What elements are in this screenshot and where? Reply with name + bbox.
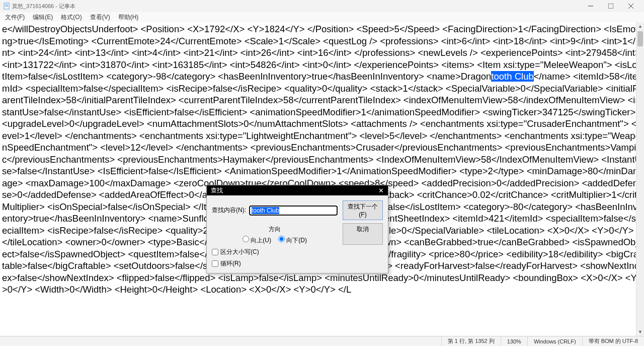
window-title: 莫愁_371614066 - 记事本 bbox=[12, 3, 75, 10]
status-position: 第 1 行, 第 1352 列 bbox=[441, 336, 501, 346]
scroll-down-arrow[interactable]: ▼ bbox=[636, 328, 644, 336]
find-close-button[interactable]: ✕ bbox=[376, 186, 386, 195]
menu-format[interactable]: 格式(O) bbox=[58, 12, 85, 23]
statusbar: 第 1 行, 第 1352 列 130% Windows (CRLF) 带有 B… bbox=[0, 336, 644, 346]
vertical-scrollbar[interactable]: ▲ ▼ bbox=[636, 22, 644, 336]
menu-view[interactable]: 查看(V) bbox=[87, 12, 113, 23]
match-case-checkbox[interactable]: 区分大小写(C) bbox=[212, 248, 338, 256]
menubar: 文件(F) 编辑(E) 格式(O) 查看(V) 帮助(H) bbox=[0, 12, 644, 22]
menu-edit[interactable]: 编辑(E) bbox=[30, 12, 56, 23]
status-zoom: 130% bbox=[501, 336, 527, 346]
notepad-icon bbox=[3, 3, 10, 10]
find-cancel-button[interactable]: 取消 bbox=[343, 223, 383, 245]
svg-rect-5 bbox=[608, 4, 613, 9]
find-next-button[interactable]: 查找下一个(F) bbox=[343, 200, 383, 220]
find-dialog: 查找 ✕ 查找内容(N): 查找下一个(F) 取消 方向 向上(U) 向下(D)… bbox=[206, 185, 388, 273]
text-area[interactable]: e</willDestroyObjectsUnderfoot> <Positio… bbox=[0, 22, 644, 336]
maximize-button[interactable] bbox=[601, 0, 621, 12]
status-eol: Windows (CRLF) bbox=[527, 336, 582, 346]
find-dialog-title: 查找 bbox=[211, 186, 223, 195]
status-encoding: 带有 BOM 的 UTF-8 bbox=[582, 336, 644, 346]
direction-down-radio[interactable]: 向下(D) bbox=[278, 236, 307, 245]
svg-rect-0 bbox=[4, 3, 9, 9]
search-highlight: tooth Club bbox=[491, 71, 533, 82]
titlebar: 莫愁_371614066 - 记事本 bbox=[0, 0, 644, 12]
menu-help[interactable]: 帮助(H) bbox=[115, 12, 142, 23]
find-input[interactable] bbox=[249, 205, 338, 216]
close-button[interactable] bbox=[621, 0, 641, 12]
direction-up-radio[interactable]: 向上(U) bbox=[243, 236, 271, 245]
find-dialog-titlebar[interactable]: 查找 ✕ bbox=[207, 185, 388, 195]
find-what-label: 查找内容(N): bbox=[212, 206, 246, 215]
direction-label: 方向 bbox=[269, 225, 281, 234]
menu-file[interactable]: 文件(F) bbox=[2, 12, 28, 23]
wrap-around-checkbox[interactable]: 循环(R) bbox=[212, 259, 338, 268]
scroll-up-arrow[interactable]: ▲ bbox=[636, 22, 644, 30]
scroll-thumb[interactable] bbox=[637, 31, 643, 46]
minimize-button[interactable] bbox=[581, 0, 601, 12]
